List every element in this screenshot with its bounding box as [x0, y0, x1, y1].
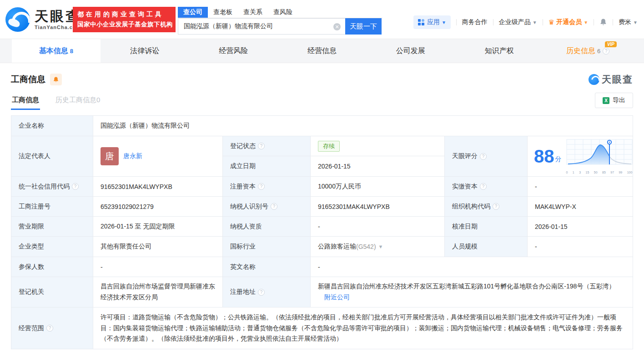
tab-history-info[interactable]: VIP 历史信息 6 ?	[543, 39, 632, 63]
excel-icon: X	[603, 97, 609, 104]
notifications-bell-icon[interactable]	[599, 18, 607, 26]
main-content: 工商信息 天眼查 工商信息 历史工商信息0 X 导出 企业名称 国能泓源（新疆）…	[0, 73, 644, 349]
open-vip-label: 开通会员	[556, 18, 582, 26]
tianyancha-watermark-icon	[589, 74, 599, 85]
slogan-line1: 都在用的商业查询工具	[77, 10, 171, 19]
field-value-taxpayer-id: 91652301MAK4LWYPXB	[311, 197, 445, 217]
nav-enterprise-products[interactable]: 企业级产品 ▼	[499, 18, 537, 26]
tianyancha-watermark-text: 天眼查	[602, 73, 633, 86]
field-value-insured-count: -	[93, 257, 223, 277]
tianyancha-watermark: 天眼查	[589, 73, 633, 86]
divider	[613, 19, 613, 25]
slogan-line2: 国家中小企业发展子基金旗下机构	[77, 20, 171, 29]
tab-legal-proceedings[interactable]: 法律诉讼	[101, 39, 189, 63]
field-value-business-scope: 许可项目：道路货物运输（不含危险货物）；公共铁路运输。（依法须经批准的项目，经相…	[93, 307, 633, 349]
search-tab-boss[interactable]: 查老板	[208, 7, 238, 18]
field-label-company-type: 企业类型	[11, 237, 93, 257]
company-tab-bar: 基本信息 8 法律诉讼 经营风险 经营信息 公司发展 知识产权 VIP 历史信息…	[0, 39, 644, 63]
help-icon[interactable]: ?	[603, 48, 609, 55]
registered-address-text: 新疆昌吉回族自治州准东经济技术开发区五彩湾新城五彩路101号孵化基地联合办公南区…	[318, 283, 615, 290]
field-label-registration-authority: 登记机关	[11, 277, 93, 307]
field-label-establish-date: 成立日期	[223, 156, 311, 177]
score-chart-axis-labels: 0131550859799100	[566, 171, 633, 174]
field-label-tianyan-score: 天眼评分?	[445, 136, 528, 177]
help-icon[interactable]: ?	[480, 153, 487, 160]
nav-enterprise-label: 企业级产品	[499, 18, 531, 26]
field-label-paid-capital: 实缴资本?	[445, 177, 528, 197]
user-menu[interactable]: 费米 ▼	[619, 18, 638, 26]
field-value-staff-size: -	[528, 237, 633, 257]
search-area: 查公司 查老板 查关系 查风险 ✕ 天眼一下	[178, 6, 382, 35]
help-icon[interactable]: ?	[258, 143, 265, 149]
top-header: 天眼查 TianYanCha.com 都在用的商业查询工具 国家中小企业发展子基…	[0, 0, 644, 39]
chevron-down-icon[interactable]: ▼	[378, 244, 383, 249]
username-label: 费米	[619, 18, 631, 26]
section-title: 工商信息	[11, 74, 45, 85]
help-icon[interactable]: ?	[271, 203, 277, 210]
field-label-business-scope: 经营范围?	[11, 307, 93, 349]
field-label-english-name: 英文名称	[223, 257, 311, 277]
legal-rep-link[interactable]: 唐永新	[123, 152, 142, 160]
field-value-org-code: MAK4LWYP-X	[528, 197, 633, 217]
monitor-bell-icon[interactable]	[50, 74, 62, 85]
search-tab-risk[interactable]: 查风险	[268, 7, 298, 18]
field-label-business-term: 营业期限	[11, 217, 93, 237]
export-button[interactable]: X 导出	[595, 93, 633, 108]
score-unit: 分	[555, 155, 562, 164]
tab-intellectual-property[interactable]: 知识产权	[455, 39, 543, 63]
field-label-company-name: 企业名称	[11, 116, 93, 136]
field-label-insured-count: 参保人数	[11, 257, 93, 277]
industry-name: 公路旅客运输	[318, 243, 356, 251]
tab-operating-risk[interactable]: 经营风险	[189, 39, 278, 63]
field-value-approval-date: 2026-01-15	[528, 217, 633, 237]
field-value-tianyan-score: 88 分	[528, 136, 633, 177]
field-label-registration-status: 登记状态?	[223, 136, 311, 156]
search-input[interactable]	[178, 19, 345, 34]
field-value-english-name: -	[311, 257, 633, 277]
header-nav: 应用 ▼ 商务合作 企业级产品 ▼ ♛ 开通会员 ▼ 费米 ▼	[413, 15, 638, 29]
status-badge: 存续	[318, 141, 340, 152]
nav-cooperation[interactable]: 商务合作	[462, 18, 488, 26]
vip-badge: VIP	[605, 41, 617, 47]
chevron-down-icon: ▼	[442, 20, 446, 25]
tab-basic-info[interactable]: 基本信息 8	[12, 39, 101, 63]
field-label-approval-date: 核准日期	[445, 217, 528, 237]
field-value-registration-authority: 昌吉回族自治州市场监督管理局新疆准东经济技术开发区分局	[93, 277, 223, 307]
subtab-business-info[interactable]: 工商信息	[11, 92, 40, 110]
field-label-staff-size: 人员规模	[445, 237, 528, 257]
field-label-legal-representative: 法定代表人	[11, 136, 93, 177]
help-icon[interactable]: ?	[46, 325, 53, 332]
field-value-establish-date: 2026-01-15	[311, 156, 445, 177]
field-label-registered-capital: 注册资本?	[223, 177, 311, 197]
help-icon[interactable]: ?	[258, 183, 265, 190]
field-label-industry: 国标行业	[223, 237, 311, 257]
apps-menu[interactable]: 应用 ▼	[413, 15, 451, 29]
tianyancha-logo[interactable]: 天眼查 TianYanCha.com	[5, 7, 81, 32]
help-icon[interactable]: ?	[72, 183, 79, 190]
search-button[interactable]: 天眼一下	[345, 18, 382, 35]
score-distribution-chart: 0131550859799100	[566, 139, 633, 174]
search-tab-company[interactable]: 查公司	[178, 7, 208, 18]
tab-operating-info[interactable]: 经营信息	[278, 39, 367, 63]
field-value-business-term: 2026-01-15 至 无固定期限	[93, 217, 223, 237]
clear-search-icon[interactable]: ✕	[333, 23, 341, 30]
help-icon[interactable]: ?	[493, 203, 499, 210]
divider	[543, 19, 543, 25]
legal-rep-avatar: 唐	[101, 147, 119, 165]
nearby-companies-link[interactable]: 附近公司	[324, 293, 350, 301]
field-label-taxpayer-qualification: 纳税人资质	[223, 217, 311, 237]
field-value-company-name: 国能泓源（新疆）物流有限公司	[93, 116, 633, 136]
search-tab-relation[interactable]: 查关系	[238, 7, 268, 18]
tab-company-development[interactable]: 公司发展	[366, 39, 455, 63]
field-label-registered-address: 注册地址?	[223, 277, 311, 307]
crown-icon: ♛	[548, 18, 554, 26]
help-icon[interactable]: ?	[480, 183, 487, 190]
field-value-paid-capital: -	[528, 177, 633, 197]
divider	[456, 19, 457, 25]
export-button-label: 导出	[613, 96, 625, 104]
open-vip-link[interactable]: ♛ 开通会员 ▼	[548, 18, 588, 26]
subtab-history-business-info[interactable]: 历史工商信息0	[55, 92, 101, 110]
business-info-table: 企业名称 国能泓源（新疆）物流有限公司 法定代表人 唐 唐永新 登记状态? 存续…	[11, 115, 633, 349]
help-icon[interactable]: ?	[258, 289, 265, 296]
chevron-down-icon: ▼	[633, 20, 638, 25]
